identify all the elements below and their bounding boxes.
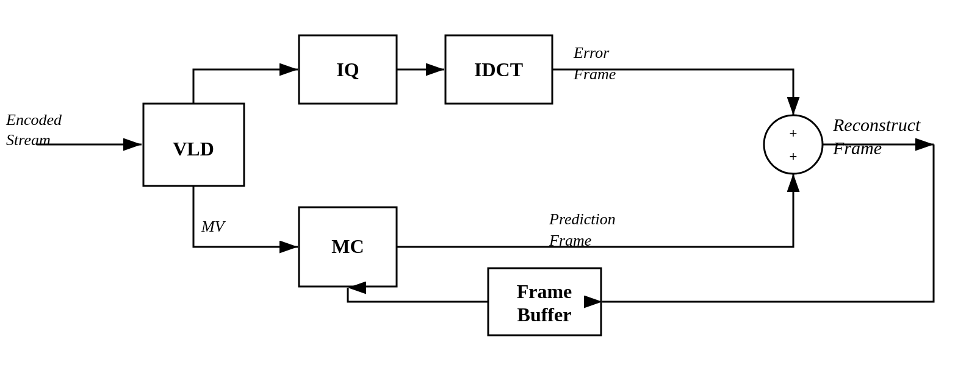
output-to-fb-arrow <box>602 144 934 302</box>
prediction-frame-label-1: Prediction <box>549 210 616 228</box>
error-frame-label-1: Error <box>573 44 610 62</box>
encoded-stream-label-2: Stream <box>6 131 51 149</box>
idct-label: IDCT <box>474 59 523 80</box>
vld-to-iq-arrow <box>193 69 298 104</box>
mc-label: MC <box>331 235 364 257</box>
reconstruct-frame-label-2: Frame <box>832 138 882 158</box>
error-frame-label-2: Frame <box>573 65 616 83</box>
encoded-stream-label-1: Encoded <box>5 111 62 129</box>
diagram-container: VLD IQ IDCT MC Frame Buffer + + <box>0 0 980 370</box>
adder-plus-top: + <box>790 126 798 141</box>
fb-to-mc-arrow <box>348 288 488 302</box>
vld-label: VLD <box>173 138 214 160</box>
prediction-frame-label-2: Frame <box>549 232 591 249</box>
mv-label: MV <box>201 218 226 235</box>
adder-circle <box>764 115 823 174</box>
vld-to-mc-arrow <box>193 186 298 247</box>
adder-plus-bottom: + <box>790 149 798 164</box>
reconstruct-frame-label-1: Reconstruct <box>832 115 921 135</box>
iq-label: IQ <box>336 59 359 80</box>
frame-buffer-label-2: Buffer <box>517 304 572 326</box>
frame-buffer-label-1: Frame <box>517 280 572 302</box>
